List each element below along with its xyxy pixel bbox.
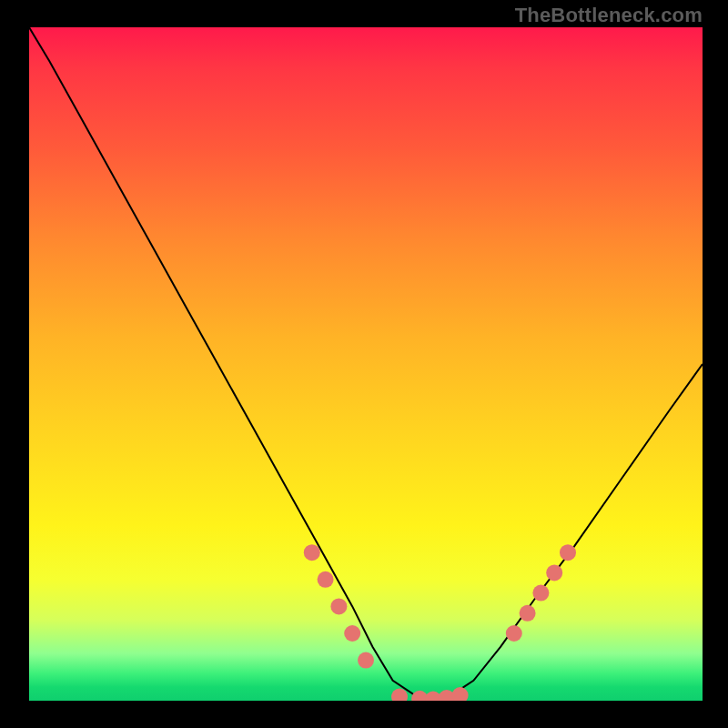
marker-dot xyxy=(318,571,334,588)
marker-dot xyxy=(344,625,360,642)
plot-area xyxy=(29,27,703,701)
chart-svg xyxy=(29,27,703,701)
marker-dot xyxy=(452,687,469,701)
marker-dot xyxy=(391,689,408,701)
curve-path xyxy=(29,27,703,701)
chart-frame: TheBottleneck.com xyxy=(0,0,728,728)
marker-dot xyxy=(506,625,522,642)
marker-dot xyxy=(520,605,536,622)
watermark-text: TheBottleneck.com xyxy=(515,4,703,27)
marker-dots xyxy=(304,544,576,701)
marker-dot xyxy=(304,544,320,561)
marker-dot xyxy=(358,652,374,669)
marker-dot xyxy=(560,544,576,561)
marker-dot xyxy=(330,598,347,614)
marker-dot xyxy=(546,564,562,581)
bottleneck-curve xyxy=(29,27,703,701)
marker-dot xyxy=(532,585,549,602)
